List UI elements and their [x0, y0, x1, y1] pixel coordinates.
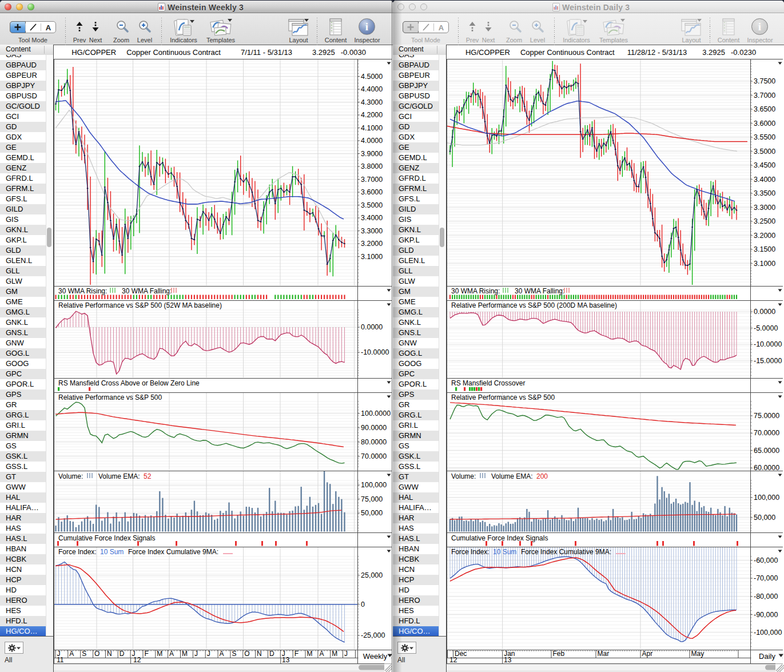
svg-text:Mar: Mar — [598, 650, 610, 658]
svg-text:A: A — [169, 650, 174, 658]
svg-text:3.4000: 3.4000 — [754, 176, 775, 184]
svg-text:80.0000: 80.0000 — [361, 438, 387, 446]
svg-text:3.4000: 3.4000 — [361, 214, 383, 222]
svg-text:A: A — [220, 650, 224, 658]
svg-text:May: May — [691, 650, 705, 658]
svg-text:-90,000: -90,000 — [754, 611, 778, 619]
svg-text:12: 12 — [133, 656, 141, 664]
svg-text:3.3500: 3.3500 — [754, 189, 775, 197]
svg-text:A: A — [439, 23, 444, 32]
svg-text:-10.0000: -10.0000 — [754, 340, 782, 348]
svg-text:Relative Performance vs S&P 50: Relative Performance vs S&P 500 — [58, 393, 162, 401]
svg-text:10 Sum: 10 Sum — [100, 548, 124, 556]
svg-text:50,000: 50,000 — [754, 514, 775, 522]
svg-text:3.6000: 3.6000 — [361, 188, 383, 196]
svg-text:4.5000: 4.5000 — [361, 73, 383, 81]
svg-text:-15.0000: -15.0000 — [754, 357, 782, 365]
svg-text:3.9000: 3.9000 — [361, 150, 383, 158]
svg-text:13: 13 — [282, 656, 290, 664]
svg-text:J: J — [344, 650, 348, 658]
svg-text:70.0000: 70.0000 — [361, 452, 387, 460]
svg-text:25,000: 25,000 — [361, 571, 383, 579]
svg-text:S: S — [232, 650, 236, 658]
svg-text:100,000: 100,000 — [361, 481, 387, 489]
svg-text:3.7000: 3.7000 — [361, 176, 383, 184]
svg-text:A: A — [319, 650, 324, 658]
svg-text:D: D — [269, 650, 274, 658]
svg-text:O: O — [94, 650, 100, 658]
svg-text:3.8000: 3.8000 — [361, 162, 383, 170]
svg-text:10 Sum: 10 Sum — [493, 548, 516, 556]
svg-text:30 WMA Rising:: 30 WMA Rising: — [58, 287, 107, 295]
svg-text:J: J — [207, 650, 210, 658]
svg-text:4.3000: 4.3000 — [361, 98, 383, 106]
svg-text:75,000: 75,000 — [361, 495, 383, 503]
svg-text:Weekly: Weekly — [363, 652, 388, 661]
svg-text:-60,000: -60,000 — [754, 556, 778, 564]
svg-text:4.4000: 4.4000 — [361, 85, 383, 93]
svg-text:52: 52 — [144, 472, 152, 480]
svg-text:N: N — [107, 650, 112, 658]
svg-text:65.0000: 65.0000 — [754, 447, 779, 455]
svg-text:3.6000: 3.6000 — [754, 120, 775, 128]
svg-text:M: M — [182, 650, 188, 658]
svg-text:11: 11 — [57, 656, 64, 664]
svg-text:M: M — [157, 650, 162, 658]
svg-text:S: S — [82, 650, 86, 658]
svg-text:RS Mansfield Cross Above or Be: RS Mansfield Cross Above or Below Zero L… — [58, 379, 200, 387]
svg-text:60.0000: 60.0000 — [754, 464, 779, 472]
svg-text:J: J — [194, 650, 198, 658]
svg-text:Apr: Apr — [642, 650, 653, 658]
svg-text:3.5000: 3.5000 — [361, 201, 383, 209]
svg-text:0.0000: 0.0000 — [754, 308, 775, 316]
svg-text:-10.0000: -10.0000 — [361, 348, 389, 356]
svg-text:4.0000: 4.0000 — [361, 137, 383, 145]
svg-text:RS Mansfield Crossover: RS Mansfield Crossover — [451, 379, 525, 387]
svg-text:3.6500: 3.6500 — [754, 105, 775, 113]
svg-text:3.1000: 3.1000 — [754, 260, 775, 268]
svg-text:0: 0 — [361, 601, 365, 609]
svg-text:100.0000: 100.0000 — [361, 409, 391, 417]
svg-text:3.3000: 3.3000 — [361, 227, 383, 235]
svg-text:-5.0000: -5.0000 — [754, 324, 778, 332]
svg-text:50,000: 50,000 — [361, 509, 383, 517]
svg-text:30 WMA Rising:: 30 WMA Rising: — [451, 287, 500, 295]
svg-text:3.1000: 3.1000 — [361, 253, 383, 261]
svg-text:3.2500: 3.2500 — [754, 217, 775, 225]
svg-text:F: F — [145, 650, 149, 658]
svg-text:Volume:: Volume: — [451, 472, 476, 480]
svg-text:Force Index:: Force Index: — [451, 548, 489, 556]
svg-text:Relative Performance vs S&P 50: Relative Performance vs S&P 500 (200D MA… — [451, 301, 617, 309]
svg-text:Relative Performance vs S&P 50: Relative Performance vs S&P 500 — [451, 393, 555, 401]
svg-text:D: D — [120, 650, 125, 658]
svg-text:A: A — [46, 23, 51, 32]
svg-text:100,000: 100,000 — [754, 494, 779, 502]
svg-text:M: M — [332, 650, 337, 658]
svg-text:N: N — [257, 650, 262, 658]
svg-text:O: O — [244, 650, 249, 658]
svg-text:F: F — [295, 650, 299, 658]
svg-text:4.2000: 4.2000 — [361, 111, 383, 119]
svg-text:Feb: Feb — [553, 650, 565, 658]
svg-text:3.2000: 3.2000 — [361, 240, 383, 248]
svg-text:-25,000: -25,000 — [361, 631, 385, 639]
svg-text:Daily: Daily — [759, 652, 775, 661]
svg-text:Volume EMA:: Volume EMA: — [491, 472, 533, 480]
svg-text:90.0000: 90.0000 — [361, 424, 387, 432]
svg-text:3.5500: 3.5500 — [754, 133, 775, 141]
svg-text:Volume EMA:: Volume EMA: — [98, 472, 140, 480]
svg-text:3.7000: 3.7000 — [754, 92, 775, 100]
svg-text:Force Index Cumulative 9MA:: Force Index Cumulative 9MA: — [521, 548, 611, 556]
svg-text:3.5000: 3.5000 — [754, 148, 775, 156]
svg-text:M: M — [307, 650, 313, 658]
svg-text:75.0000: 75.0000 — [754, 412, 779, 420]
svg-text:-80,000: -80,000 — [754, 593, 778, 601]
svg-text:0.0000: 0.0000 — [361, 323, 383, 331]
svg-text:3.4500: 3.4500 — [754, 161, 775, 169]
svg-text:-70,000: -70,000 — [754, 574, 778, 582]
svg-text:Cumulative Force Index Signals: Cumulative Force Index Signals — [451, 534, 548, 542]
svg-text:Cumulative Force Index Signals: Cumulative Force Index Signals — [58, 534, 155, 542]
svg-text:3.1500: 3.1500 — [754, 245, 775, 253]
svg-text:30 WMA Falling:: 30 WMA Falling: — [515, 287, 564, 295]
svg-text:12: 12 — [449, 656, 457, 664]
